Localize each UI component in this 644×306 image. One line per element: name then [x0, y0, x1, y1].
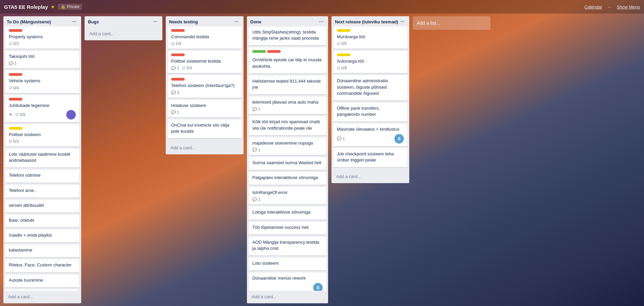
- card[interactable]: kalastamine: [5, 244, 79, 257]
- list-title-bugs: Bugs: [88, 19, 152, 24]
- card-title: kalastamine: [9, 247, 76, 253]
- card[interactable]: OnVehicle epiode car blip ei muuda asuko…: [249, 47, 326, 73]
- add-card-button-done[interactable]: Add a card...: [249, 292, 326, 301]
- card-title: Autode tuunimine: [9, 277, 76, 283]
- card-title: Baar, ööklubi: [9, 217, 76, 223]
- card[interactable]: Hoiatuse süsteem💬 1: [168, 100, 242, 117]
- card-title: Loto väärtuste laadimine kuskilt andmeba…: [9, 151, 76, 163]
- card-meta: 💬 3: [171, 90, 238, 95]
- card[interactable]: Masinate ülevaatus + kindlustus💬 1S: [334, 124, 407, 146]
- dots-icon: ···: [608, 4, 612, 9]
- card[interactable]: Taksojuhi töö💬 1: [5, 51, 79, 68]
- card[interactable]: Autode tuunimine: [5, 275, 79, 287]
- card-title: Autovarga töö: [337, 58, 404, 64]
- card-meta: ☑ 2/4: [171, 41, 238, 46]
- card[interactable]: Telefoni arve..: [5, 185, 79, 198]
- list-title-needs-testing: Needs testing: [169, 19, 233, 24]
- list-header-todo: To Do (Mängusisene)···: [3, 16, 81, 26]
- card-title: Surma saamisel surma Wasted heli: [252, 160, 323, 166]
- card-label: [171, 29, 185, 32]
- list-header-needs-testing: Needs testing···: [166, 16, 244, 26]
- card-label: [171, 78, 185, 81]
- card[interactable]: Murdvarga töö☑ 0/5: [334, 26, 407, 49]
- star-icon[interactable]: ★: [51, 4, 55, 9]
- card[interactable]: Juhilubade tegemine👁 ☑ 5/9: [5, 95, 79, 122]
- card-title: OnVehicle epiode car blip ei muuda asuko…: [252, 57, 323, 69]
- card[interactable]: Offline pank transfers, pangakonto numbe…: [334, 103, 407, 122]
- list-done: Done···Utils.StripSlashes(string); testi…: [247, 16, 328, 303]
- card-meta-item: ☑ 3/4: [182, 66, 192, 70]
- card-meta-item: ☑ 5/9: [15, 112, 25, 117]
- list-menu-button-todo[interactable]: ···: [71, 19, 78, 24]
- card-meta-item: ☑ 0/3: [9, 41, 19, 46]
- list-header-next-release: Next release (tuleviku teemad)···: [331, 16, 409, 26]
- card-title: Loto süsteem: [252, 260, 323, 266]
- card[interactable]: Job checkpoint süsteem teha ümber trigge…: [334, 148, 407, 167]
- card-meta: 💬 1: [252, 107, 323, 111]
- card[interactable]: Helistamise teated 911,444 taksole jne: [249, 75, 326, 94]
- avatar: [66, 110, 76, 119]
- card[interactable]: AOD Mängija transparency testida ja /alp…: [249, 237, 326, 256]
- private-badge: 🔒 Private: [58, 4, 82, 10]
- list-title-next-release: Next release (tuleviku teemad): [335, 19, 399, 24]
- header-right: Calendar ··· Show Menu: [584, 4, 640, 9]
- list-menu-button-next-release[interactable]: ···: [399, 19, 406, 24]
- card[interactable]: Loto süsteem: [249, 258, 326, 270]
- show-menu-link[interactable]: Show Menu: [617, 4, 640, 9]
- list-menu-button-bugs[interactable]: ···: [152, 19, 159, 24]
- lock-icon: 🔒: [61, 4, 66, 9]
- card-meta-item: ☑ 0/4: [9, 86, 19, 90]
- card[interactable]: OnChat kui invehicle siis välja pole kuu…: [168, 119, 242, 138]
- card[interactable]: majadesse sisenemine nupuga💬 1: [249, 137, 326, 155]
- card[interactable]: serveri attribuudid: [5, 200, 79, 213]
- card[interactable]: Commandid testida☑ 2/4: [168, 26, 242, 49]
- card[interactable]: Töö lõpetamisel success heli: [249, 222, 326, 235]
- card[interactable]: Property systems☑ 0/3: [5, 26, 79, 49]
- card[interactable]: Baar, ööklubi: [5, 215, 79, 227]
- calendar-link[interactable]: Calendar: [584, 4, 602, 9]
- card[interactable]: Palgapäev interaktiivse sõnumiga: [249, 172, 326, 185]
- card-title: telemised jätavad oma auto maha: [252, 99, 323, 105]
- card-label: [267, 50, 281, 53]
- card[interactable]: Notification üldine utilsi teha mis...: [5, 289, 79, 291]
- card[interactable]: Politsei süsteemid testida💬 2☑ 3/4: [168, 51, 242, 73]
- card-title: Murdvarga töö: [337, 34, 404, 40]
- card[interactable]: Surma saamisel surma Wasted heli: [249, 157, 326, 170]
- card[interactable]: Lotoga interaktiivse sõnumiga: [249, 206, 326, 219]
- card[interactable]: Riietus, Face, Custom character: [5, 259, 79, 272]
- add-card-button-todo[interactable]: Add a card...: [5, 292, 79, 301]
- list-menu-button-done[interactable]: ···: [318, 19, 325, 24]
- card[interactable]: Kõik töö kirjad mis spamivad chatti viia…: [249, 116, 326, 135]
- add-card-button-next-release[interactable]: Add a card...: [334, 172, 407, 181]
- list-header-bugs: Bugs···: [85, 16, 162, 26]
- card-title: Politsei süsteemid testida: [171, 58, 238, 64]
- add-list-button[interactable]: Add a list...: [413, 16, 490, 30]
- card-meta-item: 💬 1: [252, 107, 260, 111]
- add-card-button-needs-testing[interactable]: Add a card...: [168, 143, 242, 152]
- card[interactable]: Dünaamiline administratiiv süsteem, õigu…: [334, 75, 407, 101]
- list-bugs: Bugs···Add a card...: [85, 16, 162, 40]
- card[interactable]: Autovarga töö☑ 0/8: [334, 51, 407, 73]
- list-cards-needs-testing: Commandid testida☑ 2/4Politsei süsteemid…: [166, 26, 244, 142]
- add-card-button-bugs[interactable]: Add a card...: [87, 29, 160, 38]
- card-title: Dünaamiline administratiiv süsteem, õigu…: [337, 78, 404, 96]
- card[interactable]: /raadio + enda playlist: [5, 230, 79, 242]
- board: To Do (Mängusisene)···Property systems☑ …: [0, 14, 644, 306]
- card[interactable]: Politsei süsteem☑ 0/3: [5, 124, 79, 147]
- card[interactable]: Loto väärtuste laadimine kuskilt andmeba…: [5, 149, 79, 168]
- card-meta-item: ☑ 0/3: [9, 139, 19, 144]
- card[interactable]: Vehicle systems☑ 0/4: [5, 70, 79, 93]
- card[interactable]: IsInRangeOf error💬 1: [249, 187, 326, 204]
- card[interactable]: Utils.StripSlashes(string); testida mäng…: [249, 26, 326, 45]
- card[interactable]: Telefoni ostmine: [5, 170, 79, 182]
- card-title: Hoiatuse süsteem: [171, 103, 238, 109]
- card[interactable]: Dünaamilise menüü reworkS: [249, 272, 326, 291]
- list-title-done: Done: [250, 19, 318, 24]
- card-label: [9, 98, 22, 101]
- card-title: Commandid testida: [171, 34, 238, 40]
- card[interactable]: telemised jätavad oma auto maha💬 1: [249, 96, 326, 114]
- list-menu-button-needs-testing[interactable]: ···: [233, 19, 240, 24]
- card-meta: 💬 2☑ 3/4: [171, 66, 238, 70]
- board-title: GTA5 EE Roleplay: [4, 4, 48, 10]
- card[interactable]: Telefoni süsteem (Interface'iga?)💬 3: [168, 75, 242, 97]
